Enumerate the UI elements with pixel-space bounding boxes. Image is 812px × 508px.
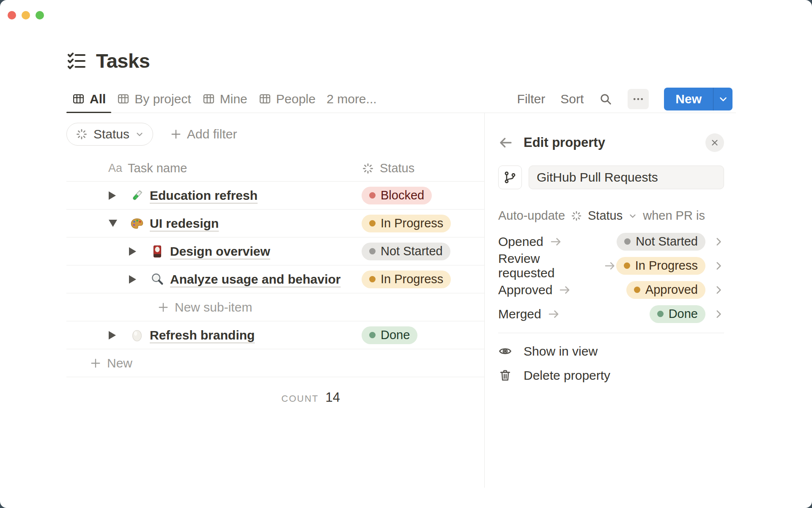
toolbar-actions: Filter Sort New bbox=[517, 88, 736, 110]
status-badge[interactable]: Approved bbox=[626, 281, 705, 299]
status-dot bbox=[624, 262, 630, 269]
arrow-right-icon bbox=[549, 235, 562, 248]
artist-palette-icon bbox=[130, 216, 144, 231]
magnifying-glass-icon bbox=[150, 272, 165, 287]
more-options-button[interactable] bbox=[628, 89, 649, 109]
view-tabs: All By project Mine People 2 more... bbox=[66, 85, 382, 113]
minimize-window-button[interactable] bbox=[22, 11, 30, 19]
close-window-button[interactable] bbox=[8, 11, 16, 19]
new-task-button[interactable]: New bbox=[66, 356, 132, 370]
close-panel-button[interactable] bbox=[705, 133, 724, 152]
show-in-view-button[interactable]: Show in view bbox=[498, 339, 724, 363]
mapping-row-review-requested: Review requested In Progress bbox=[498, 254, 724, 278]
column-header-task-name[interactable]: Aa Task name bbox=[66, 161, 362, 175]
status-badge[interactable]: In Progress bbox=[362, 215, 451, 232]
status-badge[interactable]: Blocked bbox=[362, 187, 432, 204]
status-badge[interactable]: Done bbox=[362, 326, 417, 344]
panel-header: Edit property bbox=[498, 133, 724, 152]
status-dot bbox=[369, 192, 376, 199]
table-row: UI redesign In Progress bbox=[66, 210, 484, 237]
filter-button[interactable]: Filter bbox=[517, 92, 546, 106]
close-icon bbox=[710, 138, 719, 147]
chevron-right-icon[interactable] bbox=[713, 309, 724, 320]
panel-divider bbox=[498, 333, 724, 333]
status-badge[interactable]: Not Started bbox=[617, 233, 705, 251]
new-dropdown-button[interactable] bbox=[713, 88, 732, 110]
auto-update-property-select[interactable]: Status bbox=[588, 209, 623, 223]
tab-by-project[interactable]: By project bbox=[111, 85, 196, 113]
task-link[interactable]: Design overview bbox=[170, 244, 270, 259]
table-header: Aa Task name Status bbox=[66, 155, 484, 182]
plus-icon bbox=[157, 301, 169, 313]
expand-toggle[interactable] bbox=[129, 275, 137, 284]
status-property-icon bbox=[362, 162, 374, 175]
status-dot bbox=[369, 276, 376, 282]
new-row: New bbox=[66, 349, 484, 377]
egg-icon bbox=[130, 328, 144, 342]
collapse-toggle[interactable] bbox=[109, 220, 117, 227]
new-sub-item-row: New sub-item bbox=[66, 293, 484, 321]
property-icon-button[interactable] bbox=[498, 166, 522, 189]
tab-more-views[interactable]: 2 more... bbox=[321, 85, 382, 113]
arrow-right-icon bbox=[547, 308, 560, 320]
chevron-right-icon[interactable] bbox=[713, 284, 724, 295]
status-dot bbox=[624, 238, 631, 245]
status-dot bbox=[369, 248, 376, 254]
chevron-down-icon bbox=[718, 94, 729, 105]
table-row: Refresh branding Done bbox=[66, 321, 484, 349]
column-header-status[interactable]: Status bbox=[362, 161, 414, 175]
expand-toggle[interactable] bbox=[109, 331, 117, 340]
status-property-icon bbox=[571, 210, 582, 222]
delete-property-button[interactable]: Delete property bbox=[498, 363, 724, 387]
search-icon[interactable] bbox=[599, 92, 612, 106]
sort-button[interactable]: Sort bbox=[560, 92, 584, 106]
plus-icon bbox=[90, 357, 102, 369]
status-dot bbox=[369, 220, 376, 226]
new-button[interactable]: New bbox=[664, 88, 713, 110]
status-badge[interactable]: Done bbox=[650, 305, 705, 323]
back-arrow-icon[interactable] bbox=[498, 135, 513, 150]
status-property-icon bbox=[75, 128, 88, 141]
ellipsis-icon bbox=[632, 93, 645, 105]
chevron-down-icon[interactable] bbox=[628, 211, 637, 221]
status-filter-chip[interactable]: Status bbox=[66, 123, 153, 146]
status-badge[interactable]: In Progress bbox=[362, 271, 451, 288]
pr-status-mappings: Opened Not Started Review requested bbox=[498, 229, 724, 326]
panel-actions: Show in view Delete property bbox=[498, 339, 724, 387]
chevron-right-icon[interactable] bbox=[713, 236, 724, 247]
tab-all[interactable]: All bbox=[66, 85, 111, 113]
new-split-button: New bbox=[664, 88, 732, 110]
count-label[interactable]: COUNT bbox=[281, 393, 318, 404]
mapping-row-approved: Approved Approved bbox=[498, 278, 724, 302]
status-dot bbox=[369, 332, 376, 338]
task-link[interactable]: Refresh branding bbox=[150, 328, 255, 342]
arrow-right-icon bbox=[604, 260, 616, 272]
property-name-input[interactable] bbox=[529, 166, 724, 189]
task-link[interactable]: UI redesign bbox=[150, 216, 219, 231]
chevron-down-icon bbox=[135, 130, 144, 139]
panel-title: Edit property bbox=[524, 135, 605, 150]
tab-people[interactable]: People bbox=[253, 85, 321, 113]
property-name-row bbox=[498, 166, 724, 189]
expand-toggle[interactable] bbox=[109, 191, 117, 200]
mapping-row-merged: Merged Done bbox=[498, 302, 724, 326]
new-sub-item-button[interactable]: New sub-item bbox=[66, 300, 252, 315]
tab-mine[interactable]: Mine bbox=[197, 85, 253, 113]
edit-property-panel: Edit property Auto-update Status bbox=[485, 113, 736, 488]
text-property-icon: Aa bbox=[108, 162, 122, 175]
filter-bar: Status Add filter bbox=[66, 113, 484, 155]
chevron-right-icon[interactable] bbox=[713, 260, 724, 271]
view-toolbar: All By project Mine People 2 more... bbox=[66, 85, 736, 113]
task-link[interactable]: Education refresh bbox=[150, 188, 258, 203]
flower-card-icon bbox=[150, 244, 165, 259]
zoom-window-button[interactable] bbox=[36, 11, 44, 19]
task-link[interactable]: Analyze usage and behavior bbox=[170, 272, 340, 287]
status-dot bbox=[657, 311, 664, 317]
status-badge[interactable]: In Progress bbox=[616, 257, 705, 275]
expand-toggle[interactable] bbox=[129, 247, 137, 256]
git-branch-icon bbox=[503, 171, 517, 184]
plus-icon bbox=[170, 128, 182, 140]
trash-icon bbox=[498, 368, 512, 382]
status-badge[interactable]: Not Started bbox=[362, 243, 450, 260]
add-filter-button[interactable]: Add filter bbox=[170, 127, 237, 141]
